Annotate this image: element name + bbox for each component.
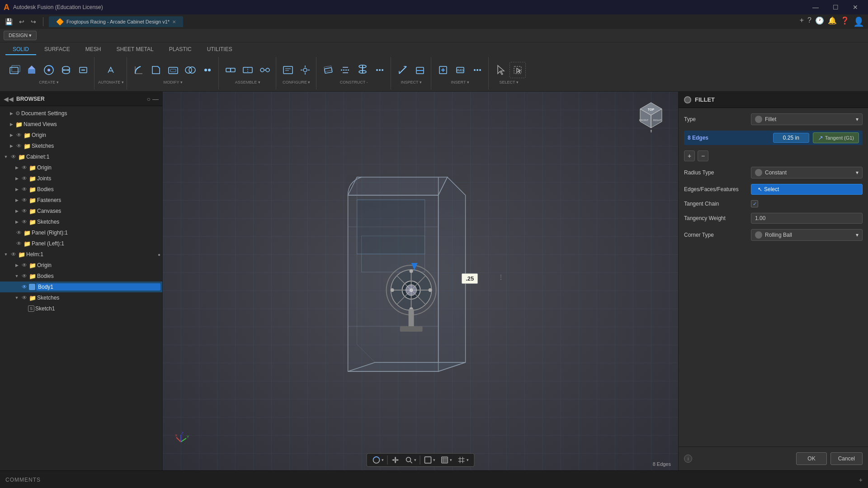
new-component-btn[interactable] [6, 62, 23, 78]
eye-icon[interactable]: 👁 [15, 230, 23, 236]
eye-icon[interactable]: 👁 [15, 240, 23, 247]
joint-btn[interactable] [222, 62, 239, 78]
corner-type-dropdown[interactable]: Rolling Ball ▾ [751, 229, 863, 241]
visual-style-btn[interactable]: ▾ [439, 455, 454, 465]
measurement-options[interactable]: ⋮ [498, 273, 504, 281]
measure-btn[interactable] [395, 62, 411, 78]
automate-btn[interactable] [103, 62, 119, 78]
design-button[interactable]: DESIGN ▾ [4, 31, 37, 40]
more-insert-btn[interactable] [469, 62, 486, 78]
select-edges-btn[interactable]: ↖ Select [751, 184, 863, 195]
display-mode-btn[interactable]: ▾ [422, 455, 437, 465]
grid-btn[interactable]: ▾ [456, 455, 471, 465]
select-options-btn[interactable] [509, 62, 526, 78]
undo-icon[interactable]: ↩ [18, 17, 26, 27]
eye-icon[interactable]: 👁 [21, 208, 28, 214]
combine-btn[interactable] [182, 62, 198, 78]
eye-icon[interactable]: 👁 [10, 154, 17, 160]
automate-label[interactable]: AUTOMATE ▾ [98, 80, 124, 84]
assemble-label[interactable]: ASSEMBLE ▾ [235, 80, 260, 84]
eye-icon[interactable]: 👁 [10, 251, 17, 258]
tree-item-sketch1[interactable]: ▶ S Sketch1 [0, 303, 162, 314]
insert-label[interactable]: INSERT ▾ [451, 80, 469, 84]
eye-icon[interactable]: 👁 [21, 273, 28, 279]
eye-icon[interactable]: 👁 [21, 284, 28, 290]
tree-item-doc-settings[interactable]: ▶ ⚙ Document Settings [0, 108, 162, 119]
pan-btn[interactable] [390, 455, 401, 465]
save-icon[interactable]: 💾 [4, 17, 14, 27]
browser-back-icon[interactable]: ◀◀ [4, 95, 14, 103]
midplane-btn[interactable] [337, 62, 354, 78]
comments-add-btn[interactable]: + [859, 476, 863, 483]
eye-icon[interactable]: 👁 [15, 132, 23, 138]
eye-icon[interactable]: 👁 [21, 219, 28, 225]
eye-icon[interactable]: 👁 [21, 186, 28, 192]
browser-expand-icon[interactable]: ○ [147, 95, 151, 103]
eye-icon[interactable]: 👁 [21, 175, 28, 182]
add-tab-btn[interactable]: + [800, 16, 804, 27]
modify-label[interactable]: MODIFY ▾ [164, 80, 183, 84]
more-construct-btn[interactable] [372, 62, 388, 78]
help2-icon[interactable]: ❓ [840, 16, 849, 27]
tree-item-origin[interactable]: ▶ 👁 📁 Origin [0, 130, 162, 141]
help-icon[interactable]: ? [807, 16, 811, 27]
helm-visible-icon[interactable]: ● [158, 252, 160, 257]
hole-btn[interactable] [58, 62, 74, 78]
tree-item-panel-left[interactable]: ▶ 👁 📁 Panel (Left):1 [0, 238, 162, 249]
close-btn[interactable]: ✕ [846, 0, 864, 14]
tab-surface[interactable]: SURFACE [37, 44, 77, 55]
tree-item-joints[interactable]: ▶ 👁 📁 Joints [0, 173, 162, 184]
eye-icon[interactable]: 👁 [21, 262, 28, 268]
avatar[interactable]: 👤 [853, 16, 864, 27]
view-cube[interactable]: TOP RIGHT FRONT ⬆ [635, 101, 667, 133]
tree-item-fasteners[interactable]: ▶ 👁 📁 Fasteners [0, 195, 162, 206]
active-tab[interactable]: 🔶 Frogtopus Racing - Arcade Cabinet Desi… [49, 16, 183, 27]
decal-btn[interactable]: IMG [452, 62, 468, 78]
add-edge-btn[interactable]: + [684, 150, 695, 161]
create-label[interactable]: CREATE ▾ [39, 80, 58, 84]
as-built-joint-btn[interactable] [240, 62, 256, 78]
tree-item-sketches-helm[interactable]: ▼ 👁 📁 Sketches [0, 292, 162, 303]
extrude-btn[interactable] [24, 62, 40, 78]
eye-icon[interactable]: 👁 [15, 143, 23, 149]
tab-mesh[interactable]: MESH [78, 44, 108, 55]
cancel-button[interactable]: Cancel [830, 452, 863, 465]
ok-button[interactable]: OK [796, 452, 826, 465]
parameters-btn[interactable] [280, 62, 296, 78]
more-create-btn[interactable] [75, 62, 91, 78]
tab-plastic[interactable]: PLASTIC [162, 44, 199, 55]
tree-item-named-views[interactable]: ▶ 📁 Named Views [0, 119, 162, 130]
more-assemble-btn[interactable] [257, 62, 273, 78]
info-icon[interactable]: i [684, 455, 692, 463]
tab-utilities[interactable]: UTILITIES [200, 44, 240, 55]
offset-plane-btn[interactable] [320, 62, 336, 78]
edge-radius-input[interactable]: 0.25 in [773, 133, 809, 143]
tree-item-body1[interactable]: 👁 Body1 [0, 282, 162, 292]
eye-icon[interactable]: 👁 [21, 197, 28, 203]
tree-item-canvases[interactable]: ▶ 👁 📁 Canvases [0, 206, 162, 216]
tree-item-helm[interactable]: ▼ 👁 📁 Helm:1 ● [0, 249, 162, 260]
viewport[interactable]: ⚙ .25 ⋮ TOP RIGHT [163, 92, 678, 470]
tree-item-sketches[interactable]: ▶ 👁 📁 Sketches [0, 141, 162, 151]
revolve-btn[interactable] [41, 62, 57, 78]
orbit-btn[interactable]: ▾ [371, 455, 386, 465]
config-btn[interactable] [297, 62, 313, 78]
tab-sheet-metal[interactable]: SHEET METAL [109, 44, 160, 55]
select-btn[interactable] [492, 62, 509, 78]
tree-item-cabinet[interactable]: ▼ 👁 📁 Cabinet:1 [0, 151, 162, 162]
remove-edge-btn[interactable]: − [698, 150, 708, 161]
tab-solid[interactable]: SOLID [5, 44, 36, 55]
redo-icon[interactable]: ↪ [29, 17, 38, 27]
tree-item-panel-right[interactable]: ▶ 👁 📁 Panel (Right):1 [0, 227, 162, 238]
minimize-btn[interactable]: — [807, 0, 825, 14]
type-dropdown[interactable]: Fillet ▾ [751, 113, 863, 125]
tab-close[interactable]: ✕ [172, 19, 176, 24]
tree-item-sketches-child[interactable]: ▶ 👁 📁 Sketches [0, 216, 162, 227]
history-icon[interactable]: 🕐 [815, 16, 824, 27]
inspect-label[interactable]: INSPECT ▾ [401, 80, 422, 84]
tangent-btn[interactable]: ↗ Tangent (G1) [813, 132, 859, 143]
tree-item-origin-helm[interactable]: ▶ 👁 📁 Origin [0, 260, 162, 271]
tree-item-origin-child[interactable]: ▶ 👁 📁 Origin [0, 162, 162, 173]
axis-btn[interactable] [354, 62, 371, 78]
tangency-weight-input[interactable] [751, 213, 863, 224]
